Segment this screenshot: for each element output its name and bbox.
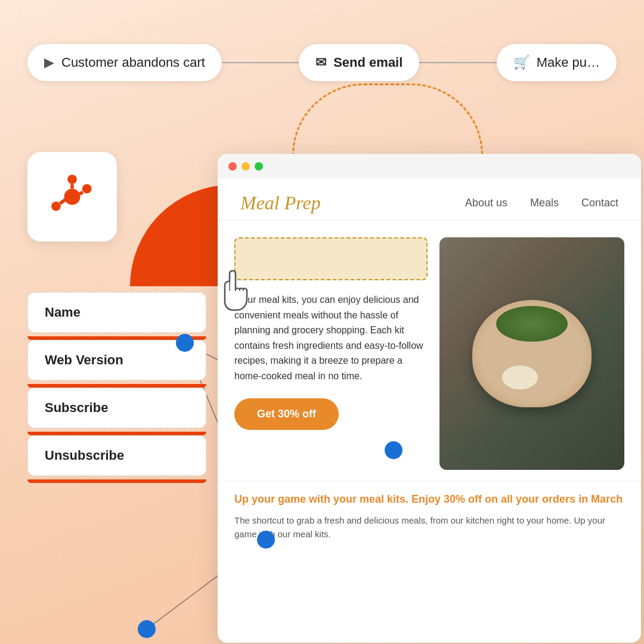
email-content-left: h our meal kits, you can enjoy delicious… xyxy=(234,237,439,470)
network-dot-2 xyxy=(385,441,402,459)
red-bar-unsubscribe xyxy=(27,479,206,483)
email-preview-card: Meal Prep About us Meals Contact h our m… xyxy=(218,154,641,643)
connector-2 xyxy=(419,62,496,63)
email-nav-links: About us Meals Contact xyxy=(465,197,618,209)
svg-point-3 xyxy=(51,202,61,211)
nav-link-meals[interactable]: Meals xyxy=(530,197,559,209)
email-body: h our meal kits, you can enjoy delicious… xyxy=(218,221,641,481)
connector-1 xyxy=(222,62,299,63)
dashed-arc xyxy=(292,83,483,155)
hand-cursor-icon xyxy=(218,268,256,320)
food-green-graphic xyxy=(496,306,568,342)
network-dot-1 xyxy=(176,334,194,352)
sidebar-item-subscribe[interactable]: Subscribe xyxy=(27,388,206,435)
sidebar-item-name-label[interactable]: Name xyxy=(27,292,206,333)
cart-icon: 🛒 xyxy=(513,55,530,70)
maximize-dot xyxy=(255,162,263,171)
window-chrome xyxy=(218,154,641,179)
svg-point-0 xyxy=(64,189,80,205)
meal-image xyxy=(439,237,624,470)
hubspot-logo-icon xyxy=(45,170,99,224)
nav-link-contact[interactable]: Contact xyxy=(581,197,618,209)
workflow-bar: ▶ Customer abandons cart ✉ Send email 🛒 … xyxy=(0,44,644,81)
purchase-label: Make pu… xyxy=(537,55,600,70)
trigger-icon: ▶ xyxy=(44,55,54,70)
sidebar-item-subscribe-label[interactable]: Subscribe xyxy=(27,388,206,428)
workflow-node-trigger[interactable]: ▶ Customer abandons cart xyxy=(27,44,222,81)
svg-point-2 xyxy=(82,184,92,194)
svg-line-5 xyxy=(78,192,83,195)
meal-bowl-graphic xyxy=(472,300,592,407)
sidebar-item-unsubscribe-label[interactable]: Unsubscribe xyxy=(27,435,206,476)
email-body-paragraph: h our meal kits, you can enjoy delicious… xyxy=(234,292,428,384)
network-dot-3 xyxy=(257,531,275,549)
network-dot-4 xyxy=(138,620,156,638)
close-dot xyxy=(228,162,237,171)
email-brand-logo: Meal Prep xyxy=(240,192,321,214)
email-promo-section: Up your game with your meal kits. Enjoy … xyxy=(218,481,641,552)
sidebar-item-unsubscribe[interactable]: Unsubscribe xyxy=(27,435,206,483)
sidebar-item-name[interactable]: Name xyxy=(27,292,206,340)
minimize-dot xyxy=(242,162,250,171)
promo-heading: Up your game with your meal kits. Enjoy … xyxy=(234,492,624,507)
sidebar-menu: Name Web Version Subscribe Unsubscribe xyxy=(27,292,206,483)
hubspot-card xyxy=(27,152,117,242)
email-image-section xyxy=(439,237,624,470)
svg-point-1 xyxy=(67,175,77,184)
trigger-label: Customer abandons cart xyxy=(61,55,205,70)
email-nav: Meal Prep About us Meals Contact xyxy=(218,179,641,221)
food-white-graphic xyxy=(502,366,538,389)
email-label: Send email xyxy=(333,55,402,70)
cta-button[interactable]: Get 30% off xyxy=(234,398,339,430)
highlighted-content-box xyxy=(234,237,428,280)
nav-link-about[interactable]: About us xyxy=(465,197,507,209)
footer-text: The shortcut to grab a fresh and delicio… xyxy=(234,514,624,541)
quarter-circle-decoration xyxy=(130,185,231,286)
workflow-node-email[interactable]: ✉ Send email xyxy=(299,44,419,81)
email-icon: ✉ xyxy=(315,55,326,70)
workflow-node-purchase[interactable]: 🛒 Make pu… xyxy=(497,44,617,81)
svg-line-6 xyxy=(60,200,66,204)
